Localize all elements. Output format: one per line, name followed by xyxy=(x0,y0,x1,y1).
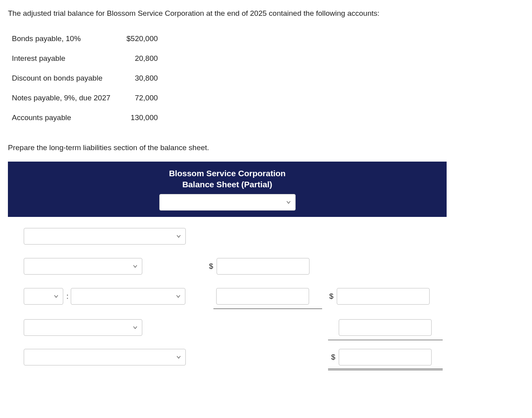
colon-label: : xyxy=(66,292,68,301)
chevron-down-icon xyxy=(132,325,138,330)
company-name: Blossom Service Corporation xyxy=(13,168,442,179)
account-name: Interest payable xyxy=(12,49,122,68)
chevron-down-icon xyxy=(53,294,59,299)
subtotal-input-2[interactable] xyxy=(339,319,432,336)
table-row: Accounts payable 130,000 xyxy=(12,108,170,128)
double-rule xyxy=(328,369,443,370)
total-input[interactable] xyxy=(339,349,432,365)
dollar-sign: $ xyxy=(206,262,217,271)
balance-sheet-header: Blossom Service Corporation Balance Shee… xyxy=(8,162,447,217)
statement-title: Balance Sheet (Partial) xyxy=(13,179,442,190)
table-row: Interest payable 20,800 xyxy=(12,49,170,68)
chevron-down-icon xyxy=(286,200,291,205)
problem-intro: The adjusted trial balance for Blossom S… xyxy=(8,8,524,19)
account-name: Accounts payable xyxy=(12,108,122,128)
chevron-down-icon xyxy=(176,354,181,360)
account-amount: $520,000 xyxy=(122,29,170,49)
chevron-down-icon xyxy=(175,294,181,299)
account-select-3[interactable] xyxy=(24,319,142,336)
table-row: Notes payable, 9%, due 2027 72,000 xyxy=(12,88,170,108)
table-row: Discount on bonds payable 30,800 xyxy=(12,68,170,88)
account-name: Discount on bonds payable xyxy=(12,68,122,88)
subtotal-input-1[interactable] xyxy=(337,288,430,305)
dollar-sign: $ xyxy=(328,353,339,362)
dollar-sign: $ xyxy=(326,292,337,301)
accounts-table: Bonds payable, 10% $520,000 Interest pay… xyxy=(12,29,170,128)
account-select-2[interactable] xyxy=(71,288,185,305)
account-amount: 20,800 xyxy=(122,49,170,68)
account-name: Bonds payable, 10% xyxy=(12,29,122,49)
account-amount: 130,000 xyxy=(122,108,170,128)
operation-select[interactable] xyxy=(24,288,63,305)
account-amount: 30,800 xyxy=(122,68,170,88)
account-amount: 72,000 xyxy=(122,88,170,108)
instruction-text: Prepare the long-term liabilities sectio… xyxy=(8,143,524,152)
account-select-1[interactable] xyxy=(24,258,142,275)
total-label-select[interactable] xyxy=(24,349,186,365)
table-row: Bonds payable, 10% $520,000 xyxy=(12,29,170,49)
section-heading-select[interactable] xyxy=(24,228,186,245)
chevron-down-icon xyxy=(176,233,181,239)
date-select[interactable] xyxy=(159,194,296,211)
chevron-down-icon xyxy=(132,264,138,269)
amount-input-2[interactable] xyxy=(216,288,309,305)
amount-input-1[interactable] xyxy=(217,258,309,275)
worksheet-area: $ : $ xyxy=(8,228,524,370)
account-name: Notes payable, 9%, due 2027 xyxy=(12,88,122,108)
